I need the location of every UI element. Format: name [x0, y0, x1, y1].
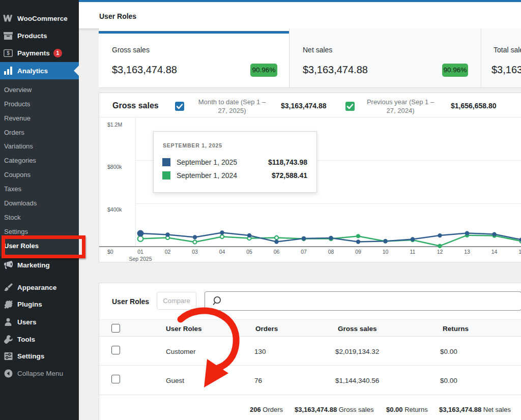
svg-text:$: $ — [7, 50, 10, 56]
